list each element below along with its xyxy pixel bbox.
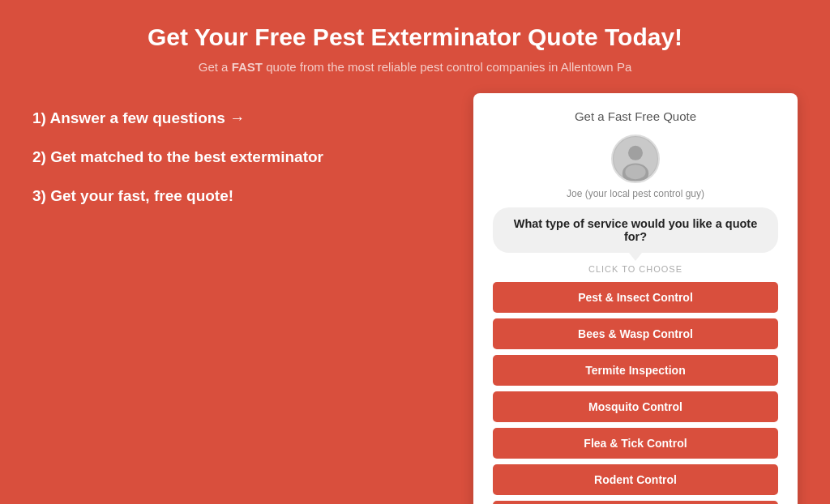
svg-point-3: [625, 164, 645, 179]
click-to-choose-label: CLICK TO CHOOSE: [493, 264, 778, 274]
service-button[interactable]: Termite Inspection: [493, 355, 778, 386]
left-panel: 1) Answer a few questions → 2) Get match…: [32, 93, 441, 205]
speech-bubble: What type of service would you like a qu…: [493, 207, 778, 253]
service-button[interactable]: Rodent Control: [493, 464, 778, 495]
step-1: 1) Answer a few questions →: [32, 109, 441, 127]
avatar-wrapper: Joe (your local pest control guy): [493, 135, 778, 199]
subtitle-plain: Get a: [199, 60, 232, 74]
subtitle-fast: FAST: [232, 60, 263, 74]
subtitle-quote: quote: [263, 60, 297, 74]
content-area: 1) Answer a few questions → 2) Get match…: [32, 93, 798, 504]
service-button[interactable]: Flea & Tick Control: [493, 428, 778, 459]
service-button[interactable]: Bed Bug Removal: [493, 501, 778, 504]
service-button[interactable]: Bees & Wasp Control: [493, 318, 778, 349]
service-button[interactable]: Pest & Insect Control: [493, 282, 778, 313]
service-buttons: Pest & Insect ControlBees & Wasp Control…: [493, 282, 778, 504]
main-title: Get Your Free Pest Exterminator Quote To…: [148, 23, 682, 52]
subtitle-rest: from the most reliable pest control comp…: [297, 60, 632, 74]
avatar-svg: [614, 137, 657, 181]
step-2: 2) Get matched to the best exterminator: [32, 148, 441, 166]
step-3: 3) Get your fast, free quote!: [32, 187, 441, 205]
service-button[interactable]: Mosquito Control: [493, 391, 778, 422]
subtitle: Get a FAST quote from the most reliable …: [148, 60, 682, 74]
header-section: Get Your Free Pest Exterminator Quote To…: [148, 23, 682, 74]
avatar: [611, 135, 660, 183]
quote-card: Get a Fast Free Quote Joe (your local pe…: [473, 93, 798, 504]
agent-name: Joe (your local pest control guy): [567, 188, 704, 199]
step-list: 1) Answer a few questions → 2) Get match…: [32, 109, 441, 205]
page-wrapper: Get Your Free Pest Exterminator Quote To…: [0, 0, 830, 504]
quote-card-title: Get a Fast Free Quote: [493, 109, 778, 123]
svg-point-1: [628, 146, 643, 160]
